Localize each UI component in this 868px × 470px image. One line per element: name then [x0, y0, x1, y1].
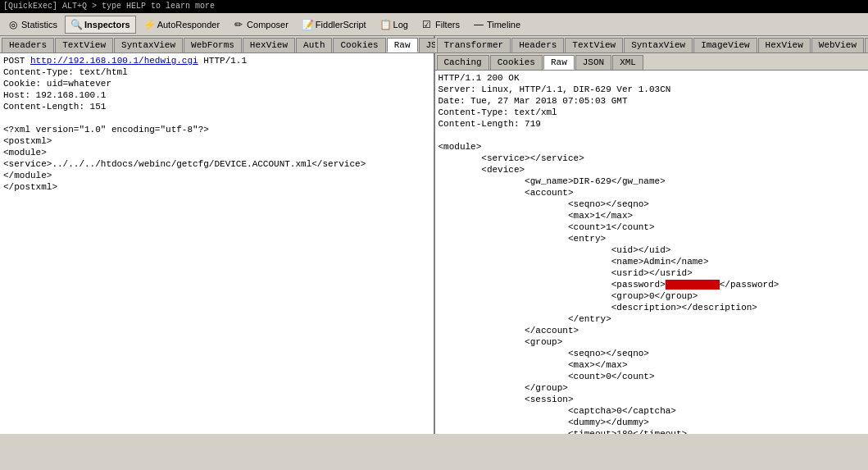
lightning-icon: ⚡	[143, 19, 155, 30]
tab-left-syntaxview[interactable]: SyntaxView	[114, 38, 183, 52]
fiddlerscript-label: FiddlerScript	[316, 20, 366, 30]
tab-right-webview[interactable]: WebView	[811, 38, 864, 52]
log-icon: 📋	[379, 19, 391, 30]
right-panel-content: HTTP/1.1 200 OK Server: Linux, HTTP/1.1,…	[435, 71, 869, 434]
tab-right-syntaxview[interactable]: SyntaxView	[624, 38, 693, 52]
inspectors-icon: 🔍	[70, 19, 82, 30]
main-toolbar: ◎ Statistics 🔍 Inspectors ⚡ AutoResponde…	[0, 13, 868, 36]
right-bottom-tab-row: Caching Cookies Raw JSON XML	[435, 53, 869, 71]
tab-right-headers[interactable]: Headers	[511, 38, 564, 52]
tab-right-transformer[interactable]: Transformer	[437, 38, 511, 52]
right-response-status: HTTP/1.1 200 OK Server: Linux, HTTP/1.1,…	[439, 73, 709, 290]
autoresponder-button[interactable]: ⚡ AutoResponder	[138, 16, 225, 34]
composer-label: Composer	[247, 20, 289, 30]
tab-right-textview[interactable]: TextView	[565, 38, 623, 52]
tab-left-hexview[interactable]: HexView	[243, 38, 295, 52]
left-panel: Headers TextView SyntaxView WebForms Hex…	[0, 36, 435, 434]
log-label: Log	[393, 20, 408, 30]
tab-right-hexview[interactable]: HexView	[758, 38, 811, 52]
composer-button[interactable]: ✏ Composer	[227, 16, 294, 34]
tab-left-webforms[interactable]: WebForms	[184, 38, 242, 52]
tab-right-au[interactable]: Au	[865, 38, 868, 52]
filters-label: Filters	[435, 20, 460, 30]
password-redacted: ██████████	[666, 280, 720, 290]
log-button[interactable]: 📋 Log	[374, 16, 414, 34]
left-tab-row: Headers TextView SyntaxView WebForms Hex…	[0, 36, 434, 53]
tab-left-raw[interactable]: Raw	[387, 38, 418, 52]
filters-icon: ☑	[421, 19, 433, 30]
tab-left-auth[interactable]: Auth	[296, 38, 332, 52]
filters-button[interactable]: ☑ Filters	[416, 16, 466, 34]
statistics-icon: ◎	[7, 19, 19, 30]
timeline-icon: —	[473, 19, 484, 30]
left-request-url[interactable]: http://192.168.100.1/hedwig.cgi	[30, 56, 198, 66]
timeline-label: Timeline	[487, 20, 520, 30]
tab-left-textview[interactable]: TextView	[55, 38, 113, 52]
fiddlerscript-button[interactable]: 📝 FiddlerScript	[296, 16, 372, 34]
titlebar: [QuickExec] ALT+Q > type HELP to learn m…	[0, 0, 868, 13]
statistics-label: Statistics	[21, 20, 57, 30]
tab-right-caching[interactable]: Caching	[437, 55, 489, 70]
fiddlerscript-icon: 📝	[302, 19, 313, 30]
statistics-button[interactable]: ◎ Statistics	[2, 16, 63, 34]
compose-icon: ✏	[233, 19, 244, 30]
tab-left-cookies[interactable]: Cookies	[333, 38, 385, 52]
right-top-tab-row: Transformer Headers TextView SyntaxView …	[435, 36, 869, 53]
autoresponder-label: AutoResponder	[157, 20, 220, 30]
left-request-method: POST	[3, 56, 30, 66]
tab-right-json[interactable]: JSON	[575, 55, 611, 70]
inspectors-button[interactable]: 🔍 Inspectors	[65, 16, 136, 34]
content-area: Headers TextView SyntaxView WebForms Hex…	[0, 36, 868, 434]
tab-right-cookies[interactable]: Cookies	[490, 55, 543, 70]
tab-right-imageview[interactable]: ImageView	[693, 38, 757, 52]
left-panel-content: POST http://192.168.100.1/hedwig.cgi HTT…	[0, 53, 434, 434]
right-response-body-after-redacted: </password> <group>0</group> <descriptio…	[439, 280, 779, 434]
timeline-button[interactable]: — Timeline	[467, 16, 526, 34]
titlebar-text: [QuickExec] ALT+Q > type HELP to learn m…	[3, 2, 215, 11]
left-request-protocol: HTTP/1.1 Content-Type: text/html Cookie:…	[3, 56, 366, 192]
tab-left-headers[interactable]: Headers	[2, 38, 54, 52]
right-panel: Transformer Headers TextView SyntaxView …	[435, 36, 869, 434]
tab-right-xml[interactable]: XML	[612, 55, 643, 70]
tab-right-raw[interactable]: Raw	[543, 55, 575, 70]
inspectors-label: Inspectors	[84, 20, 130, 30]
